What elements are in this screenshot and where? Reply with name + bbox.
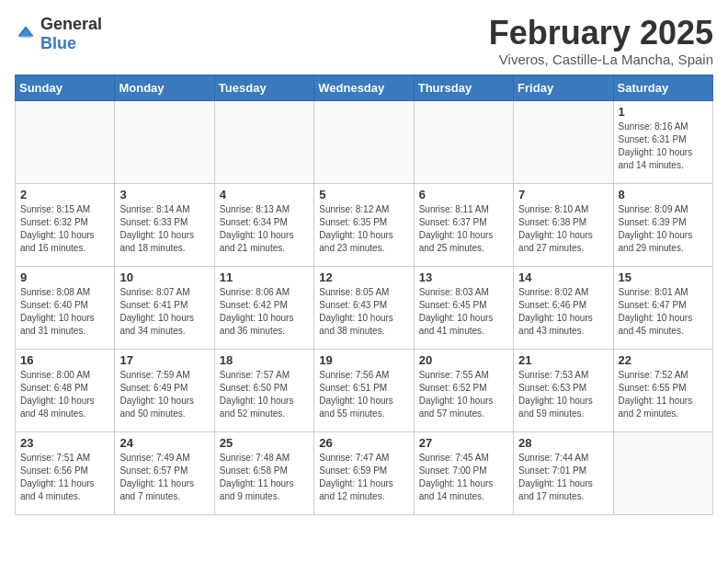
day-number: 17: [119, 353, 209, 367]
calendar-cell: 21Sunrise: 7:53 AM Sunset: 6:53 PM Dayli…: [514, 349, 613, 431]
day-number: 19: [319, 353, 408, 367]
day-number: 24: [119, 436, 209, 450]
day-info: Sunrise: 8:11 AM Sunset: 6:37 PM Dayligh…: [419, 203, 508, 255]
calendar-cell: 16Sunrise: 8:00 AM Sunset: 6:48 PM Dayli…: [16, 349, 115, 431]
calendar-cell: 19Sunrise: 7:56 AM Sunset: 6:51 PM Dayli…: [314, 349, 414, 431]
day-info: Sunrise: 8:02 AM Sunset: 6:46 PM Dayligh…: [518, 286, 608, 338]
week-row-3: 9Sunrise: 8:08 AM Sunset: 6:40 PM Daylig…: [16, 266, 713, 349]
logo-icon: [15, 23, 37, 45]
day-info: Sunrise: 8:13 AM Sunset: 6:34 PM Dayligh…: [220, 203, 309, 255]
calendar-cell: 24Sunrise: 7:49 AM Sunset: 6:57 PM Dayli…: [115, 431, 214, 514]
weekday-friday: Friday: [514, 75, 613, 100]
calendar-subtitle: Viveros, Castille-La Mancha, Spain: [489, 52, 713, 67]
calendar-cell: 4Sunrise: 8:13 AM Sunset: 6:34 PM Daylig…: [214, 183, 313, 266]
day-number: 27: [419, 436, 508, 450]
logo-blue: Blue: [40, 34, 76, 52]
day-number: 8: [619, 188, 708, 201]
day-number: 3: [119, 188, 209, 201]
calendar-cell: [314, 100, 414, 183]
day-info: Sunrise: 7:52 AM Sunset: 6:55 PM Dayligh…: [619, 369, 708, 420]
day-number: 13: [419, 270, 508, 284]
day-info: Sunrise: 8:03 AM Sunset: 6:45 PM Dayligh…: [419, 286, 508, 338]
calendar-cell: [514, 100, 613, 183]
calendar-cell: 9Sunrise: 8:08 AM Sunset: 6:40 PM Daylig…: [16, 266, 115, 349]
day-number: 12: [319, 270, 408, 284]
day-number: 22: [619, 353, 708, 367]
calendar-cell: [414, 100, 513, 183]
day-number: 23: [20, 436, 109, 450]
calendar-body: 1Sunrise: 8:16 AM Sunset: 6:31 PM Daylig…: [16, 100, 713, 514]
calendar-cell: 20Sunrise: 7:55 AM Sunset: 6:52 PM Dayli…: [414, 349, 513, 431]
calendar-cell: 3Sunrise: 8:14 AM Sunset: 6:33 PM Daylig…: [115, 183, 214, 266]
day-info: Sunrise: 8:10 AM Sunset: 6:38 PM Dayligh…: [518, 203, 608, 255]
week-row-1: 1Sunrise: 8:16 AM Sunset: 6:31 PM Daylig…: [16, 100, 713, 183]
calendar-cell: [115, 100, 214, 183]
weekday-tuesday: Tuesday: [214, 75, 313, 100]
day-info: Sunrise: 8:16 AM Sunset: 6:31 PM Dayligh…: [619, 121, 708, 172]
week-row-4: 16Sunrise: 8:00 AM Sunset: 6:48 PM Dayli…: [16, 349, 713, 431]
day-info: Sunrise: 7:47 AM Sunset: 6:59 PM Dayligh…: [319, 452, 408, 503]
day-number: 5: [319, 188, 408, 201]
day-info: Sunrise: 8:07 AM Sunset: 6:41 PM Dayligh…: [119, 286, 209, 338]
day-info: Sunrise: 7:55 AM Sunset: 6:52 PM Dayligh…: [419, 369, 508, 420]
day-number: 18: [220, 353, 309, 367]
day-number: 16: [20, 353, 109, 367]
calendar-cell: [214, 100, 313, 183]
day-info: Sunrise: 8:14 AM Sunset: 6:33 PM Dayligh…: [119, 203, 209, 255]
logo-general: General: [40, 15, 102, 33]
calendar-cell: 18Sunrise: 7:57 AM Sunset: 6:50 PM Dayli…: [214, 349, 313, 431]
day-info: Sunrise: 7:49 AM Sunset: 6:57 PM Dayligh…: [119, 452, 209, 503]
week-row-2: 2Sunrise: 8:15 AM Sunset: 6:32 PM Daylig…: [16, 183, 713, 266]
day-info: Sunrise: 7:48 AM Sunset: 6:58 PM Dayligh…: [220, 452, 309, 503]
weekday-saturday: Saturday: [613, 75, 712, 100]
calendar-cell: 22Sunrise: 7:52 AM Sunset: 6:55 PM Dayli…: [613, 349, 712, 431]
day-info: Sunrise: 7:59 AM Sunset: 6:49 PM Dayligh…: [119, 369, 209, 420]
calendar-cell: 23Sunrise: 7:51 AM Sunset: 6:56 PM Dayli…: [16, 431, 115, 514]
day-number: 7: [518, 188, 608, 201]
week-row-5: 23Sunrise: 7:51 AM Sunset: 6:56 PM Dayli…: [16, 431, 713, 514]
day-info: Sunrise: 7:53 AM Sunset: 6:53 PM Dayligh…: [518, 369, 608, 420]
calendar-title: February 2025: [489, 15, 713, 52]
day-number: 2: [20, 188, 109, 201]
calendar-cell: 17Sunrise: 7:59 AM Sunset: 6:49 PM Dayli…: [115, 349, 214, 431]
calendar-header: SundayMondayTuesdayWednesdayThursdayFrid…: [16, 75, 713, 100]
day-info: Sunrise: 8:06 AM Sunset: 6:42 PM Dayligh…: [220, 286, 309, 338]
day-number: 21: [518, 353, 608, 367]
weekday-wednesday: Wednesday: [314, 75, 414, 100]
day-info: Sunrise: 8:12 AM Sunset: 6:35 PM Dayligh…: [319, 203, 408, 255]
day-number: 20: [419, 353, 508, 367]
calendar-cell: 25Sunrise: 7:48 AM Sunset: 6:58 PM Dayli…: [214, 431, 313, 514]
weekday-monday: Monday: [115, 75, 214, 100]
calendar-cell: 15Sunrise: 8:01 AM Sunset: 6:47 PM Dayli…: [613, 266, 712, 349]
calendar-cell: 28Sunrise: 7:44 AM Sunset: 7:01 PM Dayli…: [514, 431, 613, 514]
calendar-cell: 27Sunrise: 7:45 AM Sunset: 7:00 PM Dayli…: [414, 431, 513, 514]
calendar-cell: [16, 100, 115, 183]
calendar-cell: 14Sunrise: 8:02 AM Sunset: 6:46 PM Dayli…: [514, 266, 613, 349]
day-number: 1: [619, 105, 708, 119]
day-number: 28: [518, 436, 608, 450]
day-info: Sunrise: 8:01 AM Sunset: 6:47 PM Dayligh…: [619, 286, 708, 338]
day-number: 26: [319, 436, 408, 450]
calendar-cell: 5Sunrise: 8:12 AM Sunset: 6:35 PM Daylig…: [314, 183, 414, 266]
weekday-sunday: Sunday: [16, 75, 115, 100]
calendar-cell: 7Sunrise: 8:10 AM Sunset: 6:38 PM Daylig…: [514, 183, 613, 266]
calendar-cell: 26Sunrise: 7:47 AM Sunset: 6:59 PM Dayli…: [314, 431, 414, 514]
day-number: 15: [619, 270, 708, 284]
day-info: Sunrise: 7:45 AM Sunset: 7:00 PM Dayligh…: [419, 452, 508, 503]
calendar-cell: 1Sunrise: 8:16 AM Sunset: 6:31 PM Daylig…: [613, 100, 712, 183]
day-number: 25: [220, 436, 309, 450]
day-number: 11: [220, 270, 309, 284]
day-info: Sunrise: 8:15 AM Sunset: 6:32 PM Dayligh…: [20, 203, 109, 255]
day-number: 6: [419, 188, 508, 201]
day-number: 4: [220, 188, 309, 201]
weekday-header-row: SundayMondayTuesdayWednesdayThursdayFrid…: [16, 75, 713, 100]
calendar-table: SundayMondayTuesdayWednesdayThursdayFrid…: [15, 75, 713, 515]
calendar-cell: 6Sunrise: 8:11 AM Sunset: 6:37 PM Daylig…: [414, 183, 513, 266]
weekday-thursday: Thursday: [414, 75, 513, 100]
calendar-cell: 10Sunrise: 8:07 AM Sunset: 6:41 PM Dayli…: [115, 266, 214, 349]
day-info: Sunrise: 8:09 AM Sunset: 6:39 PM Dayligh…: [619, 203, 708, 255]
day-number: 10: [119, 270, 209, 284]
day-info: Sunrise: 7:51 AM Sunset: 6:56 PM Dayligh…: [20, 452, 109, 503]
day-info: Sunrise: 8:05 AM Sunset: 6:43 PM Dayligh…: [319, 286, 408, 338]
logo: General Blue: [15, 15, 102, 53]
